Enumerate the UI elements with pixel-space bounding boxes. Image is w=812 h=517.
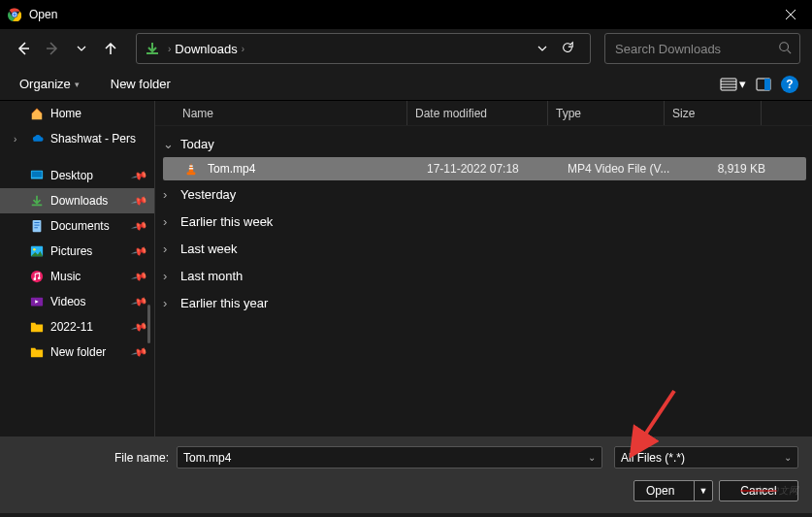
sidebar-item-pictures[interactable]: Pictures 📌 — [0, 239, 154, 264]
svg-rect-10 — [33, 220, 42, 232]
sidebar: Home › Shashwat - Pers Desktop 📌 Downloa… — [0, 101, 155, 436]
organize-button[interactable]: Organize▾ — [14, 73, 85, 95]
column-header-name[interactable]: Name — [175, 101, 407, 125]
pin-icon: 📌 — [131, 343, 149, 361]
up-button[interactable] — [99, 37, 122, 60]
column-headers: Name Date modified Type Size — [155, 101, 812, 126]
chevron-down-icon: ▾ — [75, 80, 80, 89]
search-icon[interactable] — [778, 41, 792, 57]
desktop-icon — [29, 168, 45, 183]
chevron-down-icon[interactable]: ⌄ — [588, 452, 596, 463]
chrome-icon — [8, 8, 21, 21]
svg-point-4 — [780, 42, 789, 50]
pin-icon: 📌 — [131, 192, 149, 210]
file-list-area: Name Date modified Type Size ⌄ Today Tom… — [155, 101, 812, 436]
file-row[interactable]: Tom.mp4 17-11-2022 07:18 MP4 Video File … — [163, 157, 806, 180]
window-title: Open — [29, 8, 768, 21]
dialog-footer: File name: Tom.mp4 ⌄ All Files (*.*) ⌄ O… — [0, 436, 812, 513]
address-history-dropdown[interactable] — [532, 42, 553, 56]
open-dropdown[interactable]: ▼ — [695, 486, 712, 496]
toolbar: Organize▾ New folder ▾ ? — [0, 68, 812, 101]
sidebar-item-onedrive[interactable]: › Shashwat - Pers — [0, 126, 154, 151]
onedrive-icon — [29, 131, 45, 146]
filter-value: All Files (*.*) — [621, 451, 685, 465]
file-name: Tom.mp4 — [200, 162, 419, 176]
search-box[interactable] — [604, 33, 800, 64]
close-button[interactable] — [768, 0, 812, 29]
svg-rect-17 — [187, 173, 196, 176]
group-last-week[interactable]: ›Last week — [157, 235, 812, 262]
column-header-date[interactable]: Date modified — [407, 101, 548, 125]
group-yesterday[interactable]: ›Yesterday — [157, 180, 812, 208]
column-header-type[interactable]: Type — [548, 101, 665, 125]
pin-icon: 📌 — [131, 242, 149, 260]
pictures-icon — [29, 243, 45, 259]
music-icon — [29, 269, 45, 284]
file-list[interactable]: ⌄ Today Tom.mp4 17-11-2022 07:18 MP4 Vid… — [155, 126, 812, 436]
pin-icon: 📌 — [131, 268, 149, 285]
filename-label: File name: — [14, 451, 169, 465]
svg-point-14 — [34, 277, 37, 280]
view-options-button[interactable]: ▾ — [720, 77, 746, 91]
pin-icon: 📌 — [131, 318, 149, 336]
breadcrumb[interactable]: › Downloads › — [168, 42, 532, 56]
chevron-right-icon: › — [163, 242, 177, 256]
forward-button[interactable] — [41, 37, 64, 60]
pin-icon: 📌 — [131, 293, 149, 310]
refresh-button[interactable] — [553, 41, 582, 57]
file-date: 17-11-2022 07:18 — [419, 162, 560, 176]
home-icon — [29, 106, 45, 121]
sidebar-item-folder-2022-11[interactable]: 2022-11 📌 — [0, 314, 154, 339]
videos-icon — [29, 294, 45, 309]
file-type-filter[interactable]: All Files (*.*) ⌄ — [614, 446, 798, 469]
sidebar-item-downloads[interactable]: Downloads 📌 — [0, 188, 154, 213]
sidebar-item-desktop[interactable]: Desktop 📌 — [0, 163, 154, 188]
svg-rect-9 — [32, 172, 43, 178]
sidebar-item-music[interactable]: Music 📌 — [0, 264, 154, 289]
pin-icon: 📌 — [131, 167, 149, 184]
address-bar[interactable]: › Downloads › — [136, 33, 591, 64]
open-button[interactable]: Open ▼ — [633, 480, 713, 501]
recent-dropdown[interactable] — [70, 37, 93, 60]
chevron-right-icon: › — [242, 44, 244, 54]
sidebar-item-folder-new[interactable]: New folder 📌 — [0, 339, 154, 365]
new-folder-button[interactable]: New folder — [105, 73, 177, 95]
group-last-month[interactable]: ›Last month — [157, 262, 812, 289]
chevron-right-icon: › — [163, 269, 177, 283]
filename-value: Tom.mp4 — [183, 451, 231, 465]
back-button[interactable] — [12, 37, 35, 60]
group-earlier-this-year[interactable]: ›Earlier this year — [157, 289, 812, 316]
breadcrumb-item[interactable]: Downloads — [175, 42, 237, 56]
documents-icon — [29, 218, 45, 234]
chevron-right-icon: › — [163, 296, 177, 310]
svg-point-12 — [33, 248, 36, 251]
chevron-down-icon: ⌄ — [163, 137, 177, 151]
svg-rect-19 — [189, 168, 193, 169]
svg-rect-7 — [764, 79, 770, 90]
chevron-right-icon: › — [163, 214, 177, 229]
sidebar-item-videos[interactable]: Videos 📌 — [0, 289, 154, 314]
chevron-right-icon[interactable]: › — [14, 134, 23, 145]
scrollbar-thumb[interactable] — [147, 305, 150, 343]
cancel-button[interactable]: Cancel — [719, 480, 798, 501]
column-header-size[interactable]: Size — [665, 101, 762, 125]
sidebar-item-home[interactable]: Home — [0, 101, 154, 126]
pin-icon: 📌 — [131, 217, 149, 235]
chevron-right-icon: › — [163, 187, 177, 202]
preview-pane-button[interactable] — [756, 78, 771, 91]
svg-point-13 — [31, 271, 43, 282]
titlebar: Open — [0, 0, 812, 29]
chevron-down-icon[interactable]: ⌄ — [784, 452, 792, 463]
help-button[interactable]: ? — [781, 76, 798, 93]
file-type: MP4 Video File (V... — [560, 162, 686, 176]
chevron-down-icon: ▾ — [739, 77, 746, 91]
svg-rect-18 — [189, 166, 193, 167]
group-earlier-this-week[interactable]: ›Earlier this week — [157, 208, 812, 235]
svg-point-15 — [38, 276, 41, 279]
folder-icon — [29, 319, 45, 335]
main-area: Home › Shashwat - Pers Desktop 📌 Downloa… — [0, 101, 812, 436]
filename-input[interactable]: Tom.mp4 ⌄ — [177, 446, 602, 469]
sidebar-item-documents[interactable]: Documents 📌 — [0, 213, 154, 239]
search-input[interactable] — [615, 42, 778, 56]
group-today[interactable]: ⌄ Today — [157, 130, 812, 157]
